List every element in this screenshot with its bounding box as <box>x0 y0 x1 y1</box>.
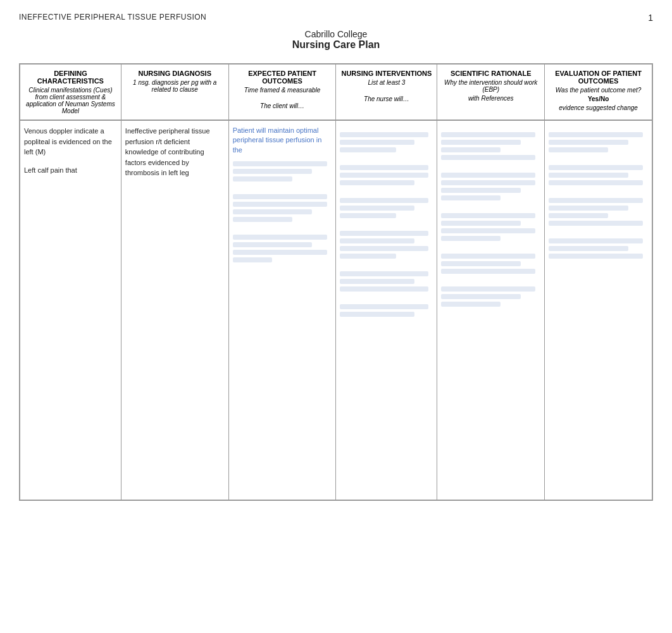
expected-outcomes-cell: Patient will maintain optimal peripheral… <box>228 120 336 500</box>
blurred-interventions <box>340 132 433 317</box>
nursing-interventions-cell <box>336 120 437 500</box>
header-nursing-diagnosis: NURSING DIAGNOSIS 1 nsg. diagnosis per p… <box>121 65 228 121</box>
outcome-text: Patient will maintain optimal peripheral… <box>233 126 332 155</box>
blurred-rationale <box>441 132 540 307</box>
evaluation-cell <box>545 120 652 500</box>
header-defining-characteristics: DEFINING CHARACTERISTICS Clinical manife… <box>20 65 121 121</box>
header-nursing-interventions: NURSING INTERVENTIONS List at least 3 Th… <box>336 65 437 121</box>
blurred-outcomes <box>233 161 332 262</box>
header-expected-outcomes: EXPECTED PATIENT OUTCOMES Time framed & … <box>228 65 336 121</box>
page-number: 1 <box>648 13 653 23</box>
page-title-left: INEFFECTIVE PERIPHERAL TISSUE PERFUSION <box>19 13 206 22</box>
nursing-care-plan-table: DEFINING CHARACTERISTICS Clinical manife… <box>19 63 653 501</box>
college-name: Cabrillo College <box>19 29 653 39</box>
nursing-diagnosis-cell: Ineffective peripheral tissue perfusion … <box>121 120 228 500</box>
blurred-evaluation <box>549 132 648 259</box>
defining-text-1: Venous doppler indicate a popliteal is e… <box>24 126 117 157</box>
header-evaluation: EVALUATION OF PATIENT OUTCOMES Was the p… <box>545 65 652 121</box>
care-plan-title: Nursing Care Plan <box>19 39 653 51</box>
scientific-rationale-cell <box>437 120 545 500</box>
header-scientific-rationale: SCIENTIFIC RATIONALE Why the interventio… <box>437 65 545 121</box>
nursing-diagnosis-text: Ineffective peripheral tissue perfusion … <box>125 126 225 178</box>
defining-characteristics-cell: Venous doppler indicate a popliteal is e… <box>20 120 121 500</box>
defining-text-2: Left calf pain that <box>24 165 117 176</box>
